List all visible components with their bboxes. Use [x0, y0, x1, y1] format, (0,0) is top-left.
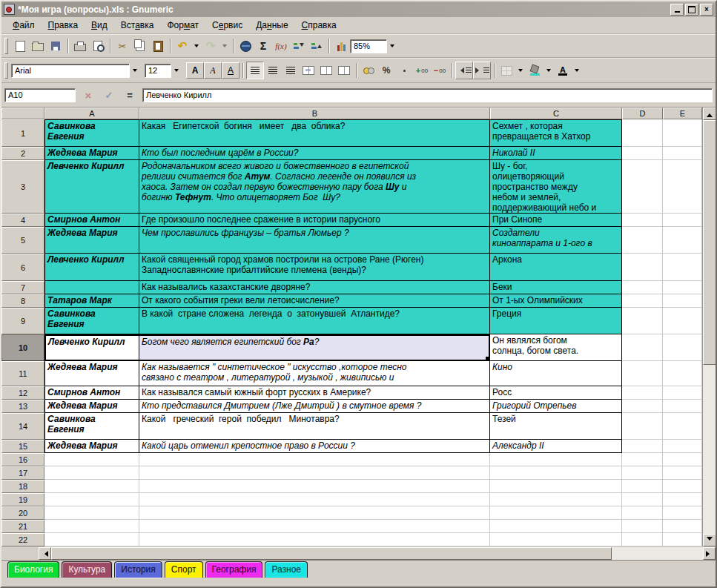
- row-header-16[interactable]: 16: [1, 453, 44, 466]
- cell-A18[interactable]: [44, 480, 139, 493]
- hyperlink-button[interactable]: [237, 37, 254, 55]
- row-header-18[interactable]: 18: [1, 480, 44, 493]
- cell-D21[interactable]: [622, 520, 663, 533]
- column-header-E[interactable]: E: [663, 108, 702, 119]
- cell-A4[interactable]: Смирнов Антон: [44, 214, 139, 227]
- cell-B19[interactable]: [139, 493, 490, 506]
- cell-B20[interactable]: [139, 506, 490, 520]
- cell-D19[interactable]: [622, 493, 663, 506]
- row-header-19[interactable]: 19: [1, 493, 44, 506]
- font-color-dropdown[interactable]: [572, 62, 582, 79]
- menu-item-Справка[interactable]: Справка: [295, 19, 343, 32]
- cell-E16[interactable]: [663, 453, 702, 466]
- row-header-8[interactable]: 8: [1, 294, 44, 308]
- cell-C8[interactable]: От 1-ых Олимпийских: [490, 294, 622, 308]
- cell-C12[interactable]: Росс: [490, 386, 622, 400]
- percent-format-button[interactable]: %: [377, 62, 395, 79]
- font-color-button[interactable]: А: [554, 62, 572, 79]
- cell-E6[interactable]: [663, 254, 702, 281]
- align-center-button[interactable]: [264, 62, 282, 79]
- cancel-entry-button[interactable]: ×: [80, 87, 96, 102]
- cell-A5[interactable]: Жедяева Мария: [44, 227, 139, 254]
- cell-C2[interactable]: Николай II: [490, 147, 622, 160]
- row-header-1[interactable]: 1: [1, 119, 44, 147]
- cell-E5[interactable]: [663, 227, 702, 254]
- redo-dropdown[interactable]: [219, 37, 230, 55]
- cell-B11[interactable]: Как называется " синтетическое " искусст…: [139, 361, 490, 386]
- cell-A11[interactable]: Жедяева Мария: [44, 361, 139, 386]
- merge-cells-button[interactable]: [300, 62, 317, 79]
- cell-E18[interactable]: [663, 480, 702, 493]
- cell-C1[interactable]: Сехмет , которая превращается в Хатхор: [490, 119, 622, 147]
- split-cells-button[interactable]: [335, 62, 353, 79]
- decrease-indent-button[interactable]: [455, 62, 473, 79]
- row-header-15[interactable]: 15: [1, 440, 44, 453]
- cell-E20[interactable]: [663, 506, 702, 520]
- minimize-button[interactable]: [670, 4, 684, 16]
- zoom-value[interactable]: 85%: [350, 39, 387, 53]
- cell-D15[interactable]: [622, 440, 663, 453]
- cell-D8[interactable]: [622, 294, 663, 308]
- cell-B16[interactable]: [139, 453, 490, 466]
- borders-dropdown[interactable]: [515, 62, 526, 79]
- cut-button[interactable]: ✂: [113, 37, 131, 55]
- select-all-corner[interactable]: [1, 108, 44, 119]
- cell-D6[interactable]: [622, 254, 663, 281]
- sheet-tab-История[interactable]: История: [114, 561, 162, 578]
- italic-button[interactable]: А: [204, 62, 222, 79]
- bold-button[interactable]: А: [186, 62, 204, 79]
- cell-A15[interactable]: Жедяева Мария: [44, 440, 139, 453]
- cell-E9[interactable]: [663, 308, 702, 334]
- accept-entry-button[interactable]: ✓: [101, 87, 117, 102]
- row-header-11[interactable]: 11: [1, 361, 44, 386]
- menu-item-Данные[interactable]: Данные: [249, 19, 294, 32]
- cell-A20[interactable]: [44, 506, 139, 520]
- fill-color-button[interactable]: [526, 62, 543, 79]
- fill-color-dropdown[interactable]: [543, 62, 554, 79]
- cell-D7[interactable]: [622, 281, 663, 294]
- redo-button[interactable]: ↷: [202, 37, 219, 55]
- menu-item-Сервис[interactable]: Сервис: [205, 19, 249, 32]
- cell-E22[interactable]: [663, 533, 702, 546]
- new-file-button[interactable]: [11, 37, 29, 55]
- cell-C10[interactable]: Он являлся богом солнца, богом света.: [490, 334, 622, 361]
- underline-button[interactable]: А: [222, 62, 239, 79]
- cell-D2[interactable]: [622, 147, 663, 160]
- function-button[interactable]: f(x): [272, 37, 290, 55]
- cell-E15[interactable]: [663, 440, 702, 453]
- row-header-13[interactable]: 13: [1, 400, 44, 413]
- cell-A22[interactable]: [44, 533, 139, 546]
- row-header-4[interactable]: 4: [1, 214, 44, 227]
- cell-C22[interactable]: [490, 533, 622, 546]
- cell-C19[interactable]: [490, 493, 622, 506]
- cell-B17[interactable]: [139, 466, 490, 480]
- cell-E19[interactable]: [663, 493, 702, 506]
- cell-D13[interactable]: [622, 400, 663, 413]
- print-preview-button[interactable]: [89, 37, 107, 55]
- menu-item-Формат[interactable]: Формат: [160, 19, 205, 32]
- toolbar-drag-handle[interactable]: [4, 38, 8, 54]
- cell-B21[interactable]: [139, 520, 490, 533]
- cell-A2[interactable]: Жедяева Мария: [44, 147, 139, 160]
- cell-A1[interactable]: Савинкова Евгения: [44, 119, 139, 147]
- row-header-12[interactable]: 12: [1, 386, 44, 400]
- horizontal-scrollbar[interactable]: [1, 546, 716, 560]
- equals-button[interactable]: =: [122, 87, 138, 102]
- row-header-2[interactable]: 2: [1, 147, 44, 160]
- formula-input[interactable]: Левченко Кирилл: [142, 88, 713, 102]
- cell-B13[interactable]: Кто представился Дмитрием (Лже Дмитрий )…: [139, 400, 490, 413]
- cell-C4[interactable]: При Синопе: [490, 214, 622, 227]
- cell-B2[interactable]: Кто был последним царём в России?: [139, 147, 490, 160]
- cell-D5[interactable]: [622, 227, 663, 254]
- cell-C16[interactable]: [490, 453, 622, 466]
- paste-button[interactable]: [149, 37, 167, 55]
- column-header-A[interactable]: A: [44, 108, 139, 119]
- scroll-right-button[interactable]: [703, 547, 716, 560]
- copy-button[interactable]: [131, 37, 149, 55]
- increase-indent-button[interactable]: [473, 62, 491, 79]
- cell-D17[interactable]: [622, 466, 663, 480]
- cell-E17[interactable]: [663, 466, 702, 480]
- zoom-combo[interactable]: 85%: [350, 37, 397, 55]
- cell-B5[interactable]: Чем прославились французы – братья Люмье…: [139, 227, 490, 254]
- cell-E3[interactable]: [663, 160, 702, 214]
